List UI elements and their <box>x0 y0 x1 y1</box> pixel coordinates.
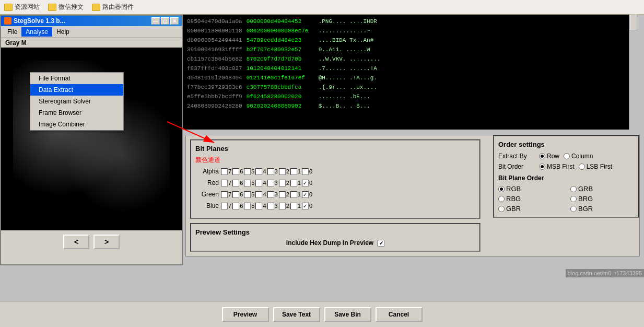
bpo-grb-radio[interactable] <box>570 186 577 192</box>
close-button[interactable]: ✕ <box>170 17 179 25</box>
restore-button[interactable]: ◻ <box>161 17 169 25</box>
blue-cb-0[interactable] <box>302 203 309 209</box>
menu-file[interactable]: File <box>3 27 21 37</box>
blue-cb-3[interactable] <box>267 203 274 209</box>
minimize-button[interactable]: — <box>151 17 160 25</box>
dropdown-frame-browser[interactable]: Frame Browser <box>30 107 123 119</box>
folder-icon-3 <box>92 4 100 11</box>
alpha-cb-1[interactable] <box>290 168 297 175</box>
nav-buttons: < > <box>1 230 182 253</box>
blue-cb-1[interactable] <box>290 203 297 209</box>
lsb-first-radio[interactable] <box>579 164 585 170</box>
red-cb-0[interactable] <box>302 180 309 186</box>
green-cb-4[interactable] <box>255 191 262 198</box>
menu-analyse[interactable]: Analyse <box>21 27 52 37</box>
menu-help[interactable]: Help <box>52 27 74 37</box>
main-area: 89504e470d0a1a0a 0000000d49484452 .PNG..… <box>0 15 644 306</box>
msb-first-option[interactable]: MSB First <box>539 163 575 170</box>
green-cb-6[interactable] <box>232 191 239 198</box>
prev-button[interactable]: < <box>63 235 89 249</box>
bpo-gbr-radio[interactable] <box>498 206 505 212</box>
red-cb-7[interactable] <box>221 180 228 186</box>
bpo-rgb-radio[interactable] <box>498 186 505 192</box>
hex-dump-checkbox[interactable] <box>378 240 384 247</box>
red-cb-6[interactable] <box>232 180 239 186</box>
green-cb-7[interactable] <box>221 191 228 198</box>
red-label: Red <box>195 179 219 186</box>
folder-icon <box>4 4 13 11</box>
bpo-rgb-option[interactable]: RGB <box>498 185 562 193</box>
chinese-label: 颜色通道 <box>195 156 475 165</box>
green-cb-3[interactable] <box>267 191 274 198</box>
blue-cb-6[interactable] <box>232 203 239 209</box>
bpo-bgr-option[interactable]: BGR <box>570 205 634 213</box>
bookmark-resources[interactable]: 资源网站 <box>4 3 40 11</box>
hex-line-0: 89504e470d0a1a0a 0000000d49484452 .PNG..… <box>187 17 633 26</box>
bit-order-label: Bit Order <box>498 163 535 170</box>
bpo-label: Bit Plane Order <box>498 174 634 182</box>
save-bin-button[interactable]: Save Bin <box>324 307 371 322</box>
bpo-grb-option[interactable]: GRB <box>570 185 634 193</box>
alpha-cb-3[interactable] <box>267 168 274 175</box>
bpo-rbg-radio[interactable] <box>498 196 505 202</box>
red-cb-5[interactable] <box>244 180 251 186</box>
bit-order-row: Bit Order MSB First LSB First <box>498 163 634 170</box>
preview-settings-section: Preview Settings Include Hex Dump In Pre… <box>190 223 481 252</box>
dropdown-stereogram-solver[interactable]: Stereogram Solver <box>30 96 123 107</box>
lsb-first-option[interactable]: LSB First <box>579 163 612 170</box>
green-cb-0[interactable] <box>302 191 309 198</box>
dropdown-data-extract[interactable]: Data Extract <box>30 84 123 96</box>
bpo-bgr-radio[interactable] <box>570 206 577 212</box>
stegsolve-window: StegSolve 1.3 b... — ◻ ✕ File Analyse He… <box>0 15 183 265</box>
red-cb-2[interactable] <box>279 180 286 186</box>
extract-column-radio[interactable] <box>564 153 570 159</box>
red-cb-4[interactable] <box>255 180 262 186</box>
bpo-brg-option[interactable]: BRG <box>570 195 634 203</box>
msb-first-radio[interactable] <box>539 164 545 170</box>
extract-row-option[interactable]: Row <box>539 153 559 160</box>
dropdown-file-format[interactable]: File Format <box>30 73 123 84</box>
blue-label: Blue <box>195 202 219 209</box>
bookmark-resources-label: 资源网站 <box>15 3 40 11</box>
cancel-button[interactable]: Cancel <box>376 307 423 322</box>
data-extract-panel: Bit Planes 颜色通道 Alpha 7 6 5 4 3 2 1 <box>185 135 640 256</box>
bpo-rbg-option[interactable]: RBG <box>498 195 562 203</box>
alpha-label: Alpha <box>195 168 219 175</box>
green-cb-5[interactable] <box>244 191 251 198</box>
save-text-button[interactable]: Save Text <box>273 307 320 322</box>
blue-cb-7[interactable] <box>221 203 228 209</box>
bookmark-wechat[interactable]: 微信推文 <box>48 3 84 11</box>
alpha-cb-7[interactable] <box>221 168 228 175</box>
alpha-cb-5[interactable] <box>244 168 251 175</box>
dropdown-image-combiner[interactable]: Image Combiner <box>30 119 123 130</box>
blog-url: blog.csdn.net/m0_r17343395 <box>566 269 645 277</box>
bookmark-router[interactable]: 路由器固件 <box>92 3 134 11</box>
hex-line-9: 2408080902428280 9020202408080902 $....B… <box>187 101 633 111</box>
bpo-brg-radio[interactable] <box>570 196 577 202</box>
window-controls: — ◻ ✕ <box>151 17 179 25</box>
preview-button[interactable]: Preview <box>222 307 269 322</box>
blue-cb-2[interactable] <box>279 203 286 209</box>
hex-scrollbar[interactable] <box>629 15 637 130</box>
alpha-cb-0[interactable] <box>302 168 309 175</box>
alpha-cb-6[interactable] <box>232 168 239 175</box>
red-cb-3[interactable] <box>267 180 274 186</box>
extract-by-label: Extract By <box>498 153 535 160</box>
red-cb-1[interactable] <box>290 180 297 186</box>
bit-planes-section: Bit Planes 颜色通道 Alpha 7 6 5 4 3 2 1 <box>186 135 485 256</box>
bpo-gbr-option[interactable]: GBR <box>498 205 562 213</box>
blue-cb-5[interactable] <box>244 203 251 209</box>
alpha-cb-4[interactable] <box>255 168 262 175</box>
bpo-grid: RGB GRB RBG <box>498 185 634 213</box>
alpha-cb-2[interactable] <box>279 168 286 175</box>
alpha-row: Alpha 7 6 5 4 3 2 1 0 <box>195 168 475 175</box>
hex-line-5: f837fffdf403c027 1012048404012141 .7....… <box>187 64 633 73</box>
hex-line-7: f77bec39729383e6 c30775788cbbdfca .{.9r.… <box>187 83 633 92</box>
blue-cb-4[interactable] <box>255 203 262 209</box>
scrollbar-thumb[interactable] <box>630 15 637 30</box>
next-button[interactable]: > <box>93 235 120 249</box>
extract-row-radio[interactable] <box>539 153 545 159</box>
green-cb-1[interactable] <box>290 191 297 198</box>
green-cb-2[interactable] <box>279 191 286 198</box>
extract-column-option[interactable]: Column <box>564 153 593 160</box>
